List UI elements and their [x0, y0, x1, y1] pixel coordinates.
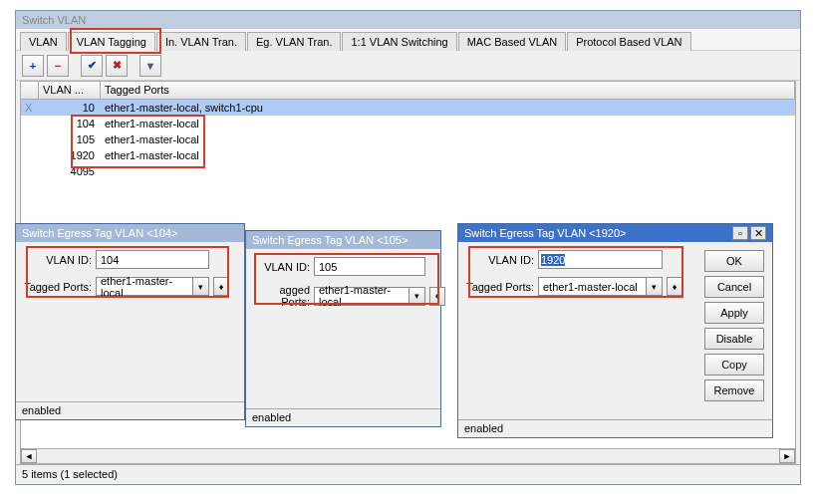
- vlanid-value: 1920: [541, 254, 565, 266]
- dlg104-titlebar[interactable]: Switch Egress Tag VLAN <104>: [16, 224, 244, 242]
- dlg104-title: Switch Egress Tag VLAN <104>: [22, 227, 177, 239]
- filter-button[interactable]: ▼: [139, 55, 161, 77]
- vlanid-input[interactable]: [96, 250, 209, 269]
- h-scrollbar[interactable]: ◄ ►: [20, 448, 796, 464]
- cell-flag: X: [21, 102, 39, 114]
- dlg104-status: enabled: [16, 401, 244, 419]
- main-titlebar[interactable]: Switch VLAN: [16, 11, 800, 29]
- remove-button[interactable]: −: [47, 55, 69, 77]
- table-row[interactable]: X 10 ether1-master-local, switch1-cpu: [21, 100, 795, 116]
- dropdown-icon[interactable]: ▾: [192, 278, 208, 295]
- minimize-button[interactable]: ▫: [732, 226, 748, 240]
- dlg1920-buttons: OK Cancel Apply Disable Copy Remove: [694, 250, 764, 401]
- funnel-icon: ▼: [145, 60, 156, 72]
- cross-icon: ✖: [113, 59, 122, 72]
- dlg105-body: VLAN ID: agged Ports: ether1-master-loca…: [246, 249, 440, 316]
- vlanid-label: VLAN ID:: [24, 254, 92, 266]
- cell-vlan: 105: [39, 133, 101, 145]
- cancel-button[interactable]: Cancel: [704, 276, 764, 298]
- ports-label: agged Ports:: [248, 284, 310, 308]
- toolbar: + − ✔ ✖ ▼: [16, 51, 800, 81]
- tab-11-switching[interactable]: 1:1 VLAN Switching: [342, 32, 456, 51]
- vlanid-label: VLAN ID:: [248, 261, 310, 273]
- col-vlan[interactable]: VLAN ...: [39, 82, 101, 99]
- scroll-track[interactable]: [37, 449, 779, 463]
- dialog-vlan-105: Switch Egress Tag VLAN <105> VLAN ID: ag…: [245, 230, 441, 427]
- cell-ports: ether1-master-local: [101, 133, 795, 145]
- cell-ports: ether1-master-local: [101, 149, 795, 161]
- dlg1920-titlebar[interactable]: Switch Egress Tag VLAN <1920> ▫ ✕: [458, 224, 772, 242]
- ok-button[interactable]: OK: [704, 250, 764, 272]
- dlg1920-status: enabled: [458, 419, 772, 437]
- dialog-vlan-104: Switch Egress Tag VLAN <104> VLAN ID: Ta…: [15, 223, 245, 420]
- ports-select[interactable]: ether1-master-local ▾: [538, 277, 663, 296]
- ports-append-button[interactable]: ♦: [213, 277, 229, 296]
- table-row[interactable]: 104 ether1-master-local: [21, 116, 795, 131]
- minus-icon: −: [55, 60, 61, 72]
- scroll-left-icon[interactable]: ◄: [21, 449, 37, 463]
- status-text: 5 items (1 selected): [22, 468, 118, 480]
- dlg105-title: Switch Egress Tag VLAN <105>: [252, 234, 408, 246]
- dlg105-titlebar[interactable]: Switch Egress Tag VLAN <105>: [246, 231, 440, 249]
- cell-vlan: 4095: [39, 165, 101, 177]
- vlanid-label: VLAN ID:: [466, 254, 534, 266]
- dlg105-status: enabled: [246, 408, 440, 426]
- tab-eg-vlan-tran[interactable]: Eg. VLAN Tran.: [247, 32, 341, 51]
- scroll-right-icon[interactable]: ►: [779, 449, 795, 463]
- tab-in-vlan-tran[interactable]: In. VLAN Tran.: [156, 32, 246, 51]
- tab-vlan-tagging[interactable]: VLAN Tagging: [68, 32, 155, 51]
- vlanid-input[interactable]: [314, 257, 425, 276]
- remove-button[interactable]: Remove: [704, 379, 764, 401]
- ports-select[interactable]: ether1-master-local ▾: [314, 287, 425, 306]
- apply-button[interactable]: Apply: [704, 302, 764, 324]
- disable-button[interactable]: ✖: [106, 55, 128, 77]
- disable-button[interactable]: Disable: [704, 328, 764, 350]
- ports-append-button[interactable]: ♦: [429, 287, 445, 306]
- ports-value: ether1-master-local: [97, 275, 192, 299]
- ports-append-button[interactable]: ♦: [667, 277, 682, 296]
- table-row[interactable]: 1920 ether1-master-local: [21, 147, 795, 163]
- col-ports[interactable]: Tagged Ports: [101, 82, 795, 99]
- close-button[interactable]: ✕: [750, 226, 766, 240]
- cell-vlan: 104: [39, 118, 101, 129]
- dlg104-body: VLAN ID: Tagged Ports: ether1-master-loc…: [16, 242, 244, 304]
- cell-ports: ether1-master-local, switch1-cpu: [101, 102, 795, 114]
- cell-vlan: 10: [39, 102, 101, 114]
- ports-label: Tagged Ports:: [24, 281, 92, 293]
- dlg1920-body: VLAN ID: 1920 Tagged Ports: ether1-maste…: [458, 242, 772, 409]
- tab-vlan[interactable]: VLAN: [20, 32, 67, 51]
- main-title: Switch VLAN: [22, 14, 86, 26]
- table-body: X 10 ether1-master-local, switch1-cpu 10…: [21, 100, 795, 179]
- statusbar: 5 items (1 selected): [16, 464, 800, 484]
- cell-vlan: 1920: [39, 149, 101, 161]
- ports-select[interactable]: ether1-master-local ▾: [96, 277, 209, 296]
- check-icon: ✔: [88, 59, 97, 72]
- add-button[interactable]: +: [22, 55, 44, 77]
- col-flag[interactable]: [21, 82, 39, 99]
- vlanid-input[interactable]: 1920: [538, 250, 663, 269]
- minimize-icon: ▫: [738, 227, 742, 239]
- tab-bar: VLAN VLAN Tagging In. VLAN Tran. Eg. VLA…: [16, 29, 800, 51]
- table-header: VLAN ... Tagged Ports: [21, 82, 795, 100]
- tab-protocol-based[interactable]: Protocol Based VLAN: [567, 32, 690, 51]
- copy-button[interactable]: Copy: [704, 354, 764, 376]
- table-row[interactable]: 4095: [21, 163, 795, 179]
- enable-button[interactable]: ✔: [81, 55, 103, 77]
- ports-label: Tagged Ports:: [466, 281, 534, 293]
- dialog-vlan-1920: Switch Egress Tag VLAN <1920> ▫ ✕ VLAN I…: [457, 223, 773, 438]
- dropdown-icon[interactable]: ▾: [408, 288, 424, 305]
- close-icon: ✕: [754, 227, 763, 240]
- ports-value: ether1-master-local: [315, 284, 408, 308]
- dropdown-icon[interactable]: ▾: [646, 278, 662, 295]
- tab-mac-based[interactable]: MAC Based VLAN: [458, 32, 566, 51]
- plus-icon: +: [30, 60, 36, 72]
- ports-value: ether1-master-local: [539, 281, 646, 293]
- dlg1920-title: Switch Egress Tag VLAN <1920>: [464, 227, 626, 239]
- cell-ports: ether1-master-local: [101, 118, 795, 129]
- table-row[interactable]: 105 ether1-master-local: [21, 131, 795, 147]
